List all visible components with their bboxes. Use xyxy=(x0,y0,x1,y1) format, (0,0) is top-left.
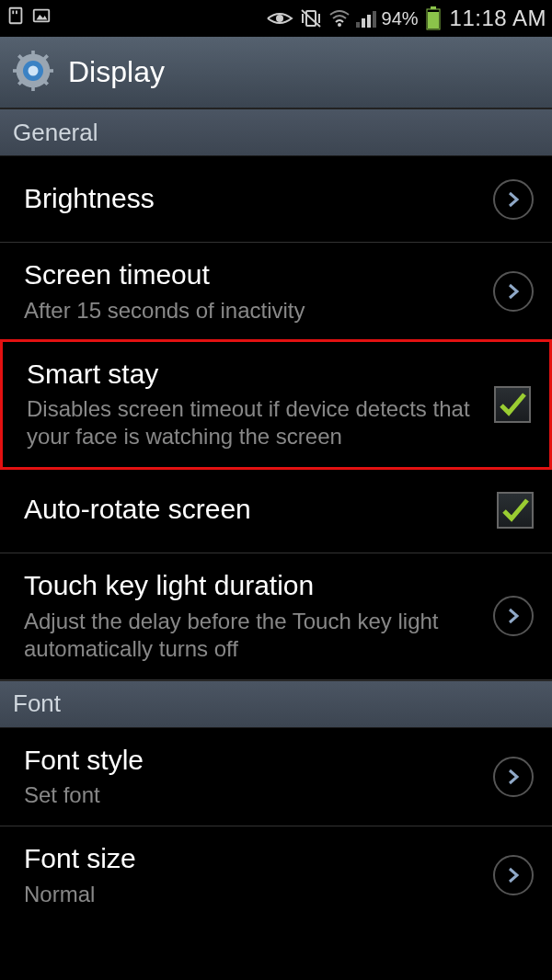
svg-rect-12 xyxy=(356,22,360,28)
status-left xyxy=(6,6,52,31)
svg-point-21 xyxy=(29,65,39,75)
item-title: Screen timeout xyxy=(24,259,478,291)
item-brightness[interactable]: Brightness xyxy=(0,156,552,243)
item-title: Font size xyxy=(24,843,478,875)
svg-rect-23 xyxy=(31,84,35,90)
svg-rect-22 xyxy=(31,51,35,57)
wifi-icon xyxy=(328,9,351,28)
svg-rect-14 xyxy=(367,15,371,28)
item-touch-key-light[interactable]: Touch key light duration Adjust the dela… xyxy=(0,553,552,680)
svg-marker-4 xyxy=(37,15,48,20)
item-smart-stay[interactable]: Smart stay Disables screen timeout if de… xyxy=(0,339,552,471)
battery-icon xyxy=(426,6,441,30)
item-auto-rotate[interactable]: Auto-rotate screen xyxy=(0,467,552,553)
svg-rect-15 xyxy=(373,11,376,28)
svg-rect-13 xyxy=(362,18,365,28)
svg-point-5 xyxy=(276,15,283,22)
chevron-right-icon xyxy=(493,855,534,895)
item-title: Font style xyxy=(24,745,478,777)
item-subtitle: Adjust the delay before the Touch key li… xyxy=(24,608,478,663)
item-font-size[interactable]: Font size Normal xyxy=(0,826,552,925)
screen-header: Display xyxy=(0,37,552,108)
chevron-right-icon xyxy=(493,596,534,636)
item-title: Smart stay xyxy=(27,359,479,391)
item-screen-timeout[interactable]: Screen timeout After 15 seconds of inact… xyxy=(0,243,552,342)
item-title: Touch key light duration xyxy=(24,570,478,602)
item-subtitle: Set font xyxy=(24,781,478,809)
svg-rect-1 xyxy=(12,11,14,15)
clock: 11:18 AM xyxy=(450,6,546,31)
section-header-font: Font xyxy=(0,680,552,728)
item-subtitle: Normal xyxy=(24,881,478,908)
svg-rect-2 xyxy=(16,11,17,15)
checkbox-checked[interactable] xyxy=(497,492,534,529)
status-right: 94% 11:18 AM xyxy=(266,6,546,31)
svg-point-10 xyxy=(338,23,341,27)
checkbox-checked[interactable] xyxy=(494,386,531,423)
svg-line-9 xyxy=(302,10,320,27)
item-title: Auto-rotate screen xyxy=(24,494,482,526)
chevron-right-icon xyxy=(493,757,534,797)
sd-card-icon xyxy=(6,6,26,31)
item-title: Brightness xyxy=(24,183,478,215)
vibrate-icon xyxy=(299,8,323,28)
signal-icon xyxy=(356,9,376,28)
status-bar: 94% 11:18 AM xyxy=(0,0,552,37)
smart-stay-icon xyxy=(266,9,293,28)
svg-rect-25 xyxy=(47,69,53,73)
item-font-style[interactable]: Font style Set font xyxy=(0,728,552,827)
svg-rect-0 xyxy=(10,8,22,24)
gear-icon xyxy=(13,51,53,95)
image-icon xyxy=(31,6,52,31)
battery-percent: 94% xyxy=(382,8,419,29)
chevron-right-icon xyxy=(493,179,534,220)
svg-rect-18 xyxy=(428,12,439,28)
item-subtitle: After 15 seconds of inactivity xyxy=(24,297,478,325)
item-subtitle: Disables screen timeout if device detect… xyxy=(27,395,479,450)
chevron-right-icon xyxy=(493,271,534,312)
section-header-general: General xyxy=(0,108,552,156)
svg-rect-24 xyxy=(13,69,19,73)
screen-title: Display xyxy=(68,55,165,89)
